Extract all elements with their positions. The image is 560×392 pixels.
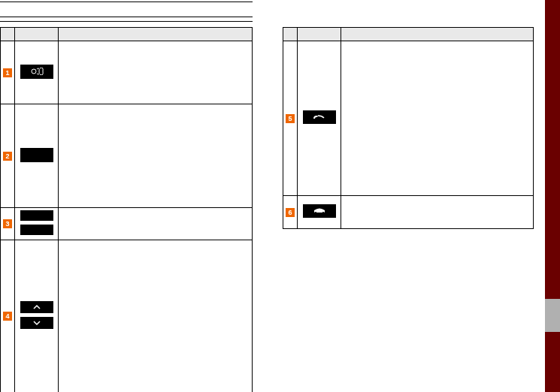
talk-button-icon — [20, 65, 53, 79]
table-row: 4 — [1, 240, 253, 392]
col-header-button — [298, 28, 341, 41]
col-header-empty — [283, 28, 298, 41]
table-row: 6 — [283, 196, 534, 229]
volume-up-button-icon — [20, 301, 53, 313]
back-button-icon — [20, 148, 53, 162]
row-number-badge: 1 — [3, 68, 12, 77]
col-header-function — [341, 28, 534, 41]
manual-page: 1 2 — [0, 0, 560, 392]
rule-line — [0, 21, 253, 22]
row-number-badge: 2 — [3, 152, 12, 161]
blank-icon — [29, 151, 44, 158]
table-row: 2 — [1, 104, 253, 208]
col-header-empty — [1, 28, 15, 41]
table-row: 1 — [1, 41, 253, 104]
voice-command-icon — [29, 68, 44, 75]
rule-line — [0, 17, 253, 17]
row-description — [59, 104, 253, 208]
row-description — [341, 196, 534, 229]
button-stack — [20, 216, 53, 237]
row-description — [341, 41, 534, 196]
table-header-row — [283, 28, 534, 41]
buttons-table-right: 5 6 — [283, 27, 534, 229]
row-description — [59, 208, 253, 240]
svg-point-0 — [32, 69, 36, 74]
handset-pickup-icon — [311, 113, 328, 121]
on-hook-button-icon — [303, 204, 336, 218]
row-description — [59, 41, 253, 104]
blank-button-icon — [20, 210, 53, 221]
table-row: 5 — [283, 41, 534, 196]
rule-line — [0, 2, 253, 2]
table-row: 3 — [1, 208, 253, 240]
chevron-down-icon — [29, 320, 44, 326]
row-number-badge: 5 — [286, 114, 295, 123]
blank-button-icon — [20, 225, 53, 235]
col-header-function — [59, 28, 253, 41]
handset-hangup-icon — [311, 207, 328, 215]
blank-icon — [29, 228, 44, 232]
row-description — [59, 240, 253, 392]
row-number-badge: 6 — [286, 208, 295, 217]
blank-icon — [29, 213, 44, 218]
section-index-current-marker — [545, 299, 560, 332]
chevron-up-icon — [29, 304, 44, 310]
section-index-sidebar — [545, 0, 560, 392]
table-header-row — [1, 28, 253, 41]
row-number-badge: 3 — [3, 219, 12, 228]
off-hook-button-icon — [303, 110, 336, 124]
row-number-badge: 4 — [3, 312, 12, 321]
col-header-button — [15, 28, 59, 41]
volume-down-button-icon — [20, 317, 53, 329]
buttons-table-left: 1 2 — [0, 27, 253, 392]
volume-button-stack — [20, 309, 53, 330]
